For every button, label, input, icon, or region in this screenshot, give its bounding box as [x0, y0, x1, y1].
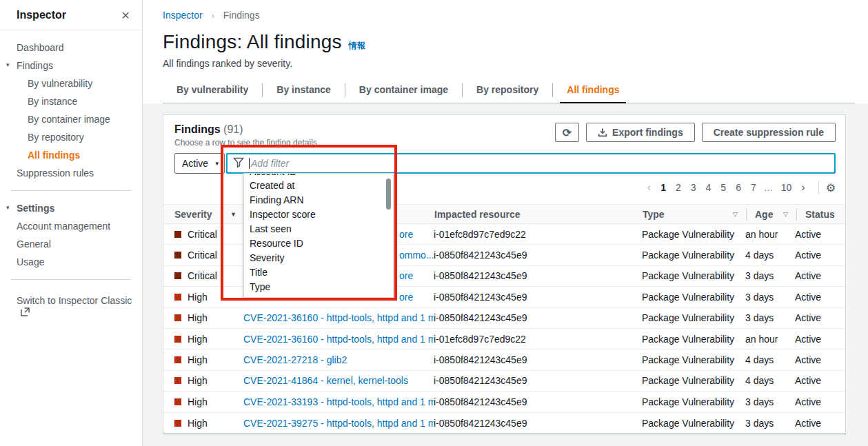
impacted-resource: i-01efc8d97c7ed9c22 — [434, 334, 642, 345]
pagination-page-1[interactable]: 1 — [656, 182, 671, 193]
status-scope-select[interactable]: Active ▾ — [174, 153, 225, 174]
header-type[interactable]: Type — [643, 209, 665, 220]
finding-title-link[interactable]: CVE-2021-27218 - glib2 — [243, 354, 347, 365]
finding-title-link[interactable]: ore — [399, 270, 413, 281]
chevron-down-icon: ▾ — [6, 61, 10, 68]
sidebar-item-usage[interactable]: Usage — [0, 253, 142, 271]
pagination-page-2[interactable]: 2 — [671, 182, 686, 193]
pagination-page-6[interactable]: 6 — [731, 182, 746, 193]
finding-title-link[interactable]: ore — [399, 292, 413, 303]
status-value: Active — [795, 418, 845, 429]
breadcrumb-inspector[interactable]: Inspector — [163, 10, 203, 21]
export-findings-button[interactable]: Export findings — [586, 123, 695, 142]
sidebar-item-by-repository[interactable]: By repository — [0, 128, 142, 146]
breadcrumb-findings: Findings — [223, 10, 260, 21]
sidebar-item-settings[interactable]: ▾ Settings — [0, 199, 142, 217]
header-impacted-resource[interactable]: Impacted resource — [434, 209, 643, 220]
table-row[interactable]: High CVE-2021-27218 - glib2 i-0850f84212… — [163, 349, 845, 370]
tab-by-repository[interactable]: By repository — [463, 78, 552, 103]
pagination-page-3[interactable]: 3 — [686, 182, 701, 193]
sidebar-item-findings[interactable]: ▾ Findings — [0, 57, 142, 74]
create-suppression-rule-button[interactable]: Create suppression rule — [702, 123, 836, 142]
dropdown-item-created-at[interactable]: Created at — [244, 179, 393, 193]
sidebar-item-by-vulnerability[interactable]: By vulnerability — [0, 74, 142, 92]
finding-title-link[interactable]: CVE-2021-39275 - httpd-tools, httpd and … — [243, 418, 434, 429]
sidebar-item-switch-classic[interactable]: Switch to Inspector Classic — [0, 288, 142, 318]
status-value: Active — [795, 354, 845, 365]
sidebar-item-by-container-image[interactable]: By container image — [0, 110, 142, 128]
finding-title-link[interactable]: CVE-2021-41864 - kernel, kernel-tools — [243, 375, 408, 386]
status-value: Active — [795, 396, 845, 407]
finding-title-link[interactable]: CVE-2021-36160 - httpd-tools, httpd and … — [243, 312, 434, 323]
chevron-down-icon: ▾ — [215, 160, 219, 167]
table-row[interactable]: High CVE-2021-36160 - httpd-tools, httpd… — [163, 329, 845, 349]
dropdown-item-inspector-score[interactable]: Inspector score — [244, 207, 393, 222]
dropdown-item-title[interactable]: Title — [244, 265, 393, 280]
sidebar-item-dashboard[interactable]: Dashboard — [0, 39, 142, 57]
sort-desc-icon[interactable]: ▼ — [230, 211, 236, 218]
table-row[interactable]: High CVE-2021-41864 - kernel, kernel-too… — [163, 371, 845, 392]
severity-indicator — [174, 272, 181, 279]
pagination-ellipsis: … — [761, 182, 776, 193]
severity-indicator — [174, 420, 181, 427]
impacted-resource: i-0850f8421243c45e9 — [434, 292, 642, 303]
filter-bar: Active ▾ Add filter Account ID Created a… — [174, 153, 836, 174]
info-link[interactable]: 情報 — [349, 40, 365, 52]
pagination-page-5[interactable]: 5 — [716, 182, 731, 193]
impacted-resource: i-0850f8421243c45e9 — [434, 312, 642, 323]
close-icon[interactable]: × — [121, 10, 130, 20]
status-value: Active — [795, 229, 845, 240]
sidebar-item-general[interactable]: General — [0, 235, 142, 253]
header-severity[interactable]: Severity — [174, 209, 212, 220]
dropdown-item-type[interactable]: Type — [244, 280, 393, 294]
refresh-button[interactable]: ⟳ — [555, 123, 579, 142]
dropdown-item-finding-arn[interactable]: Finding ARN — [244, 193, 393, 207]
type-filter-icon[interactable]: ▽ — [733, 211, 738, 218]
table-row[interactable]: High CVE-2021-36160 - httpd-tools, httpd… — [163, 308, 845, 329]
severity-indicator — [174, 314, 181, 321]
tabs-bar: By vulnerability By instance By containe… — [163, 78, 855, 103]
dropdown-item-last-seen[interactable]: Last seen — [244, 222, 393, 236]
pagination-page-10[interactable]: 10 — [776, 182, 797, 193]
age-filter-icon[interactable]: ▽ — [783, 211, 788, 218]
pagination-prev-icon[interactable]: ‹ — [643, 181, 656, 194]
finding-title-link[interactable]: CVE-2021-36160 - httpd-tools, httpd and … — [243, 334, 434, 345]
pagination-page-7[interactable]: 7 — [746, 182, 761, 193]
divider — [11, 279, 131, 280]
filter-placeholder: Add filter — [251, 158, 289, 169]
impacted-resource: i-0850f8421243c45e9 — [434, 396, 642, 407]
add-filter-input[interactable]: Add filter — [226, 153, 836, 174]
sidebar-item-suppression-rules[interactable]: Suppression rules — [0, 164, 142, 182]
severity-indicator — [174, 356, 181, 363]
severity-indicator — [174, 231, 181, 238]
impacted-resource: i-0850f8421243c45e9 — [434, 418, 642, 429]
tab-by-container-image[interactable]: By container image — [345, 78, 462, 103]
table-row[interactable]: High CVE-2021-39275 - httpd-tools, httpd… — [163, 413, 845, 434]
page-title: Findings: All findings — [163, 31, 342, 53]
dropdown-item-severity[interactable]: Severity — [244, 251, 393, 265]
panel-title: Findings — [174, 123, 221, 135]
pagination-page-4[interactable]: 4 — [701, 182, 716, 193]
table-row[interactable]: High CVE-2021-33193 - httpd-tools, httpd… — [163, 392, 845, 412]
table-settings-gear-icon[interactable]: ⚙ — [826, 181, 836, 194]
sidebar-item-by-instance[interactable]: By instance — [0, 92, 142, 110]
dropdown-item-resource-id[interactable]: Resource ID — [244, 236, 393, 251]
divider — [11, 190, 131, 191]
sidebar-title: Inspector — [17, 9, 66, 21]
sidebar-item-account-management[interactable]: Account management — [0, 217, 142, 235]
external-link-icon — [21, 307, 30, 318]
finding-title-link[interactable]: ommo... — [399, 250, 434, 261]
pagination-next-icon[interactable]: › — [796, 181, 809, 194]
dropdown-scrollbar[interactable] — [386, 179, 391, 210]
filter-funnel-icon — [233, 157, 244, 170]
finding-title-link[interactable]: ore — [399, 229, 413, 240]
tab-by-instance[interactable]: By instance — [263, 78, 345, 103]
breadcrumb: Inspector › Findings — [163, 10, 855, 21]
header-age[interactable]: Age — [755, 209, 773, 220]
header-status[interactable]: Status — [797, 209, 845, 220]
tab-by-vulnerability[interactable]: By vulnerability — [163, 78, 262, 103]
tab-all-findings[interactable]: All findings — [553, 78, 633, 103]
sidebar-item-all-findings[interactable]: All findings — [0, 146, 142, 164]
dropdown-item-clipped: Account ID — [244, 174, 393, 179]
finding-title-link[interactable]: CVE-2021-33193 - httpd-tools, httpd and … — [243, 396, 434, 407]
